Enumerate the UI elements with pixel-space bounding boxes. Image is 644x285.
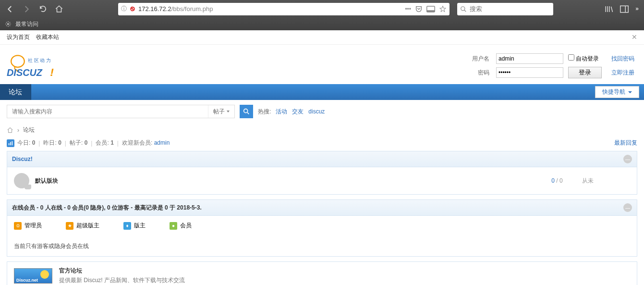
quick-nav-button[interactable]: 快捷导航	[595, 86, 639, 98]
hot-link-1[interactable]: 活动	[276, 108, 287, 116]
forum-stats: 0 / 0	[538, 177, 576, 184]
back-button[interactable]	[4, 3, 16, 15]
official-logo[interactable]: Discuz.net	[14, 268, 52, 284]
page-header: 社 区 动 力 DISCUZ ! 用户名 自动登录 找回密码 密码 登录 立即注…	[0, 45, 644, 84]
close-icon[interactable]: ✕	[632, 33, 637, 41]
library-icon[interactable]	[605, 5, 613, 13]
stats-icon[interactable]	[7, 139, 14, 147]
stat-posts: 帖子: 0	[70, 139, 87, 147]
sidebar-icon[interactable]	[620, 5, 629, 13]
login-form: 用户名 自动登录 找回密码 密码 登录 立即注册	[469, 51, 637, 80]
forum-search-box: 帖子	[7, 105, 235, 118]
bookmark-bar: 最常访问	[0, 18, 644, 30]
nav-tab-forum[interactable]: 论坛	[0, 84, 31, 100]
svg-point-5	[11, 55, 24, 67]
hot-link-3[interactable]: discuz	[308, 108, 325, 115]
auto-login-checkbox[interactable]: 自动登录	[568, 55, 599, 62]
forum-name-link[interactable]: 默认版块	[35, 177, 532, 185]
section-official: Discuz.net 官方论坛 提供最新 Discuz! 产品新闻、软件下载与技…	[7, 261, 637, 285]
bookmark-most-visited[interactable]: 最常访问	[15, 20, 38, 28]
browser-search-input[interactable]	[470, 5, 550, 12]
svg-rect-13	[12, 141, 13, 145]
stats-row: 今日: 0| 昨日: 0| 帖子: 0| 会员: 1| 欢迎新会员: admin…	[0, 137, 644, 151]
svg-rect-3	[620, 6, 629, 12]
nav-buttons	[4, 3, 65, 15]
login-button[interactable]: 登录	[568, 67, 602, 78]
forum-search-row: 帖子 热搜: 活动 交友 discuz	[0, 100, 644, 123]
search-icon	[460, 6, 467, 12]
password-label: 密码	[470, 66, 493, 79]
collapse-button[interactable]: —	[623, 203, 632, 212]
svg-rect-11	[9, 143, 10, 145]
role-mod: ♦版主	[123, 222, 146, 230]
home-icon[interactable]	[7, 127, 13, 134]
forward-button[interactable]	[20, 3, 33, 15]
register-link[interactable]: 立即注册	[611, 69, 634, 76]
reader-icon[interactable]	[426, 6, 435, 12]
set-home-link[interactable]: 设为首页	[7, 34, 30, 40]
section-online: 在线会员 - 0 人在线 - 0 会员(0 隐身), 0 位游客 - 最高记录是…	[7, 199, 637, 257]
online-header: 在线会员 - 0 人在线 - 0 会员(0 隐身), 0 位游客 - 最高记录是…	[12, 204, 202, 212]
gear-icon[interactable]	[5, 21, 12, 27]
collapse-button[interactable]: —	[623, 155, 632, 163]
info-icon[interactable]: ⓘ	[121, 5, 127, 13]
chevron-down-icon	[628, 91, 632, 93]
main-nav: 论坛 快捷导航	[0, 84, 644, 100]
section-discuz: Discuz! — 默认版块 0 / 0 从未	[7, 151, 637, 195]
hot-link-2[interactable]: 交友	[292, 108, 304, 116]
forum-search-input[interactable]	[7, 105, 208, 118]
stat-yesterday: 昨日: 0	[43, 139, 61, 147]
svg-point-10	[244, 109, 248, 113]
hot-search-label: 热搜:	[258, 108, 271, 116]
hot-search: 热搜: 活动 交友 discuz	[258, 108, 325, 116]
svg-rect-1	[427, 10, 435, 12]
mod-badge-icon: ♦	[123, 222, 131, 230]
more-icon[interactable]: •••	[405, 6, 411, 12]
find-password-link[interactable]: 找回密码	[611, 55, 634, 62]
favorite-link[interactable]: 收藏本站	[36, 34, 59, 40]
role-member: ●会员	[170, 222, 192, 230]
top-links-bar: 设为首页 收藏本站 ✕	[0, 30, 644, 45]
svg-point-4	[7, 23, 9, 25]
breadcrumb-forum[interactable]: 论坛	[23, 126, 35, 134]
chevron-down-icon	[227, 111, 230, 112]
insecure-icon: 🛇	[130, 6, 135, 12]
breadcrumb-separator: ›	[17, 127, 19, 134]
official-desc: 提供最新 Discuz! 产品新闻、软件下载与技术交流	[59, 276, 185, 285]
breadcrumb: › 论坛	[0, 123, 644, 137]
home-button[interactable]	[53, 3, 65, 15]
browser-search-bar[interactable]	[457, 3, 553, 15]
browser-toolbar: ⓘ 🛇 172.16.72.2/bbs/forum.php ••• »	[0, 0, 644, 18]
member-badge-icon: ●	[170, 222, 177, 230]
online-empty-message: 当前只有游客或隐身会员在线	[14, 242, 630, 250]
forum-icon	[14, 173, 29, 188]
role-admin: ♔管理员	[14, 222, 42, 230]
svg-point-2	[461, 6, 465, 10]
forum-search-button[interactable]	[240, 105, 253, 118]
stat-welcome: 欢迎新会员: admin	[122, 139, 170, 147]
bookmark-star-icon[interactable]	[439, 5, 447, 13]
forum-row: 默认版块 0 / 0 从未	[7, 167, 637, 194]
pocket-icon[interactable]	[415, 5, 423, 13]
role-legend: ♔管理员 ★超级版主 ♦版主 ●会员	[14, 222, 630, 230]
newest-member-link[interactable]: admin	[154, 139, 170, 146]
username-input[interactable]	[496, 53, 563, 64]
svg-text:!: !	[50, 66, 54, 78]
role-super-mod: ★超级版主	[66, 222, 99, 230]
reload-button[interactable]	[36, 3, 49, 15]
section-title[interactable]: Discuz!	[12, 156, 33, 162]
stat-members: 会员: 1	[96, 139, 113, 147]
svg-text:DISCUZ: DISCUZ	[7, 67, 43, 78]
url-text: 172.16.72.2/bbs/forum.php	[138, 5, 402, 12]
password-input[interactable]	[496, 67, 563, 78]
url-bar[interactable]: ⓘ 🛇 172.16.72.2/bbs/forum.php •••	[118, 3, 450, 15]
supermod-badge-icon: ★	[66, 222, 73, 230]
overflow-icon[interactable]: »	[635, 5, 639, 13]
latest-reply-link[interactable]: 最新回复	[614, 139, 637, 147]
svg-rect-12	[10, 142, 11, 145]
official-title[interactable]: 官方论坛	[59, 267, 185, 275]
svg-text:社 区 动 力: 社 区 动 力	[28, 58, 50, 63]
forum-last-post: 从未	[582, 177, 630, 185]
search-filter-dropdown[interactable]: 帖子	[208, 105, 234, 118]
site-logo[interactable]: 社 区 动 力 DISCUZ !	[7, 53, 69, 79]
